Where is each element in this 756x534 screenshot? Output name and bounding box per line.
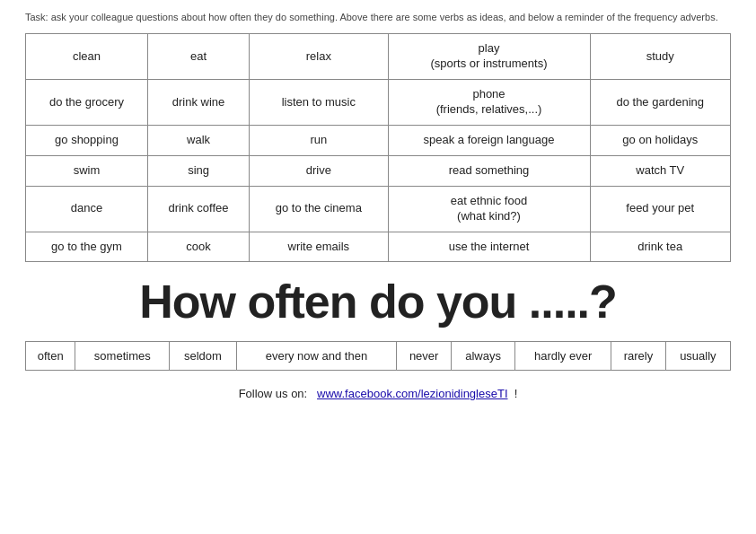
- verb-cell: cook: [147, 232, 249, 262]
- verb-cell: dance: [26, 186, 148, 232]
- follow-line: Follow us on: www.facebook.com/lezionidi…: [25, 387, 731, 400]
- verb-cell: go to the cinema: [250, 186, 388, 232]
- follow-suffix: !: [514, 387, 518, 400]
- verb-cell: eat: [147, 34, 249, 80]
- verb-cell: drink tea: [590, 232, 731, 262]
- big-question-heading: How often do you .....?: [25, 275, 731, 328]
- task-description: Task: ask your colleague questions about…: [25, 11, 731, 24]
- verb-cell: feed your pet: [590, 186, 731, 232]
- verb-cell: speak a foreign language: [388, 125, 590, 155]
- verb-cell: play(sports or instruments): [388, 34, 590, 80]
- verb-cell: use the internet: [388, 232, 590, 262]
- verb-cell: watch TV: [590, 155, 731, 186]
- verb-cell: study: [590, 34, 731, 80]
- freq-adverb-cell: usually: [665, 342, 730, 371]
- freq-adverb-cell: rarely: [611, 342, 666, 371]
- verb-cell: do the gardening: [590, 80, 731, 126]
- follow-link[interactable]: www.facebook.com/lezionidingleseTI: [317, 387, 507, 400]
- freq-adverb-cell: sometimes: [75, 342, 170, 371]
- verb-cell: write emails: [250, 232, 388, 262]
- verb-cell: clean: [26, 34, 148, 80]
- freq-adverb-cell: always: [451, 342, 514, 371]
- freq-adverb-cell: never: [397, 342, 452, 371]
- verb-cell: go to the gym: [26, 232, 148, 262]
- verb-cell: drink wine: [147, 80, 249, 126]
- verb-cell: swim: [26, 155, 148, 186]
- verb-cell: eat ethnic food(what kind?): [388, 186, 590, 232]
- verb-cell: phone(friends, relatives,...): [388, 80, 590, 126]
- verb-cell: sing: [147, 155, 249, 186]
- freq-adverb-cell: hardly ever: [515, 342, 611, 371]
- verb-cell: go on holidays: [590, 125, 731, 155]
- verb-cell: listen to music: [250, 80, 388, 126]
- freq-adverb-cell: seldom: [170, 342, 236, 371]
- freq-adverb-cell: often: [26, 342, 75, 371]
- verb-cell: walk: [147, 125, 249, 155]
- verbs-table: cleaneatrelaxplay(sports or instruments)…: [25, 33, 731, 262]
- frequency-table: oftensometimesseldomevery now and thenne…: [25, 341, 731, 371]
- verb-cell: drink coffee: [147, 186, 249, 232]
- verb-cell: do the grocery: [26, 80, 148, 126]
- verb-cell: relax: [250, 34, 388, 80]
- follow-label: Follow us on:: [239, 387, 308, 400]
- verb-cell: drive: [250, 155, 388, 186]
- verb-cell: go shopping: [26, 125, 148, 155]
- verb-cell: run: [250, 125, 388, 155]
- verb-cell: read something: [388, 155, 590, 186]
- freq-adverb-cell: every now and then: [236, 342, 397, 371]
